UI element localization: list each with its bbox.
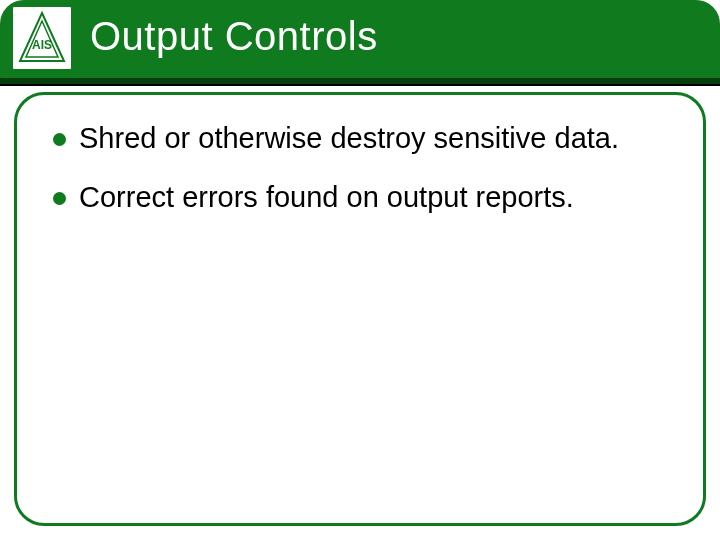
ais-logo-icon: AIS xyxy=(18,11,66,65)
header-bar: AIS Output Controls xyxy=(0,0,720,78)
slide: AIS Output Controls Shred or otherwise d… xyxy=(0,0,720,540)
svg-text:AIS: AIS xyxy=(32,38,52,52)
bullet-list: Shred or otherwise destroy sensitive dat… xyxy=(53,119,667,217)
header-underline-thin xyxy=(0,84,720,86)
logo: AIS xyxy=(12,6,72,70)
bullet-text: Shred or otherwise destroy sensitive dat… xyxy=(79,122,619,154)
content-frame: Shred or otherwise destroy sensitive dat… xyxy=(14,92,706,526)
page-title: Output Controls xyxy=(90,14,378,59)
list-item: Correct errors found on output reports. xyxy=(53,178,667,217)
list-item: Shred or otherwise destroy sensitive dat… xyxy=(53,119,667,158)
bullet-text: Correct errors found on output reports. xyxy=(79,181,574,213)
